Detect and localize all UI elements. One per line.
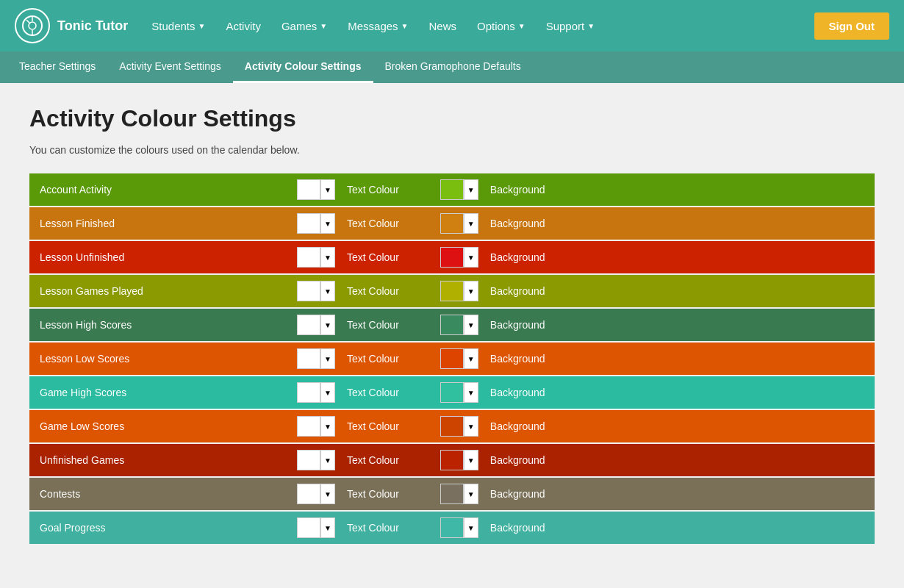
bg-colour-dropdown[interactable]: ▼ [464,450,478,470]
text-colour-dropdown[interactable]: ▼ [320,517,335,538]
text-colour-label: Text Colour [347,387,399,398]
bg-colour-picker[interactable]: ▼ [440,213,478,234]
bg-colour-box [440,213,464,234]
text-colour-picker[interactable]: ▼ [297,348,335,369]
logo-icon [15,8,50,43]
bg-colour-dropdown[interactable]: ▼ [464,213,478,234]
colour-row: Unfinished Games ▼ Text Colour ▼ Backgro… [29,444,875,476]
options-arrow-icon: ▼ [518,22,525,30]
text-colour-box [297,213,320,234]
bg-colour-dropdown[interactable]: ▼ [464,348,478,369]
bg-label: Background [490,488,545,500]
bg-colour-picker[interactable]: ▼ [440,315,478,335]
colour-row: Lesson Low Scores ▼ Text Colour ▼ Backgr… [29,343,875,375]
bg-colour-picker[interactable]: ▼ [440,348,478,369]
sign-out-button[interactable]: Sign Out [814,12,890,40]
text-colour-label: Text Colour [347,218,399,229]
bg-colour-picker[interactable]: ▼ [440,247,478,268]
bg-colour-dropdown[interactable]: ▼ [464,247,478,268]
text-colour-picker[interactable]: ▼ [297,484,335,504]
nav-activity[interactable]: Activity [217,14,270,38]
colour-row: Goal Progress ▼ Text Colour ▼ Background [29,512,875,544]
subnav-activity-event-settings[interactable]: Activity Event Settings [107,51,233,83]
text-colour-label: Text Colour [347,488,399,500]
bg-colour-dropdown[interactable]: ▼ [464,281,478,301]
bg-colour-box [440,416,464,437]
subnav-teacher-settings[interactable]: Teacher Settings [7,51,107,83]
colour-row: Lesson Finished ▼ Text Colour ▼ Backgrou… [29,207,875,240]
row-controls: ▼ Text Colour ▼ Background [287,444,875,476]
logo-text: Tonic Tutor [57,18,128,34]
text-colour-picker[interactable]: ▼ [297,179,335,200]
nav-news[interactable]: News [420,14,466,38]
row-controls: ▼ Text Colour ▼ Background [287,275,875,307]
row-controls: ▼ Text Colour ▼ Background [287,309,875,341]
bg-label: Background [490,285,545,297]
bg-colour-dropdown[interactable]: ▼ [464,382,478,403]
text-colour-dropdown[interactable]: ▼ [320,416,335,437]
row-controls: ▼ Text Colour ▼ Background [287,207,875,240]
nav-students[interactable]: Students ▼ [143,14,214,38]
page-description: You can customize the colours used on th… [29,144,875,156]
bg-colour-box [440,450,464,470]
nav-games[interactable]: Games ▼ [273,14,336,38]
text-colour-picker[interactable]: ▼ [297,517,335,538]
row-controls: ▼ Text Colour ▼ Background [287,173,875,206]
text-colour-picker[interactable]: ▼ [297,315,335,335]
bg-colour-dropdown[interactable]: ▼ [464,315,478,335]
bg-colour-dropdown[interactable]: ▼ [464,484,478,504]
text-colour-picker[interactable]: ▼ [297,213,335,234]
text-colour-box [297,450,320,470]
text-colour-box [297,484,320,504]
row-controls: ▼ Text Colour ▼ Background [287,343,875,375]
text-colour-picker[interactable]: ▼ [297,247,335,268]
bg-colour-picker[interactable]: ▼ [440,484,478,504]
bg-colour-picker[interactable]: ▼ [440,281,478,301]
text-colour-picker[interactable]: ▼ [297,281,335,301]
bg-colour-dropdown[interactable]: ▼ [464,517,478,538]
nav-support[interactable]: Support ▼ [537,14,603,38]
text-colour-label: Text Colour [347,319,399,331]
colour-row: Lesson High Scores ▼ Text Colour ▼ Backg… [29,309,875,341]
bg-label: Background [490,319,545,331]
row-label: Account Activity [29,173,287,206]
text-colour-picker[interactable]: ▼ [297,416,335,437]
row-controls: ▼ Text Colour ▼ Background [287,478,875,510]
subnav-activity-colour-settings[interactable]: Activity Colour Settings [233,51,373,83]
row-controls: ▼ Text Colour ▼ Background [287,410,875,442]
bg-colour-picker[interactable]: ▼ [440,517,478,538]
bg-colour-picker[interactable]: ▼ [440,416,478,437]
bg-colour-picker[interactable]: ▼ [440,382,478,403]
text-colour-dropdown[interactable]: ▼ [320,247,335,268]
bg-label: Background [490,454,545,466]
sub-nav: Teacher Settings Activity Event Settings… [0,51,904,83]
bg-colour-picker[interactable]: ▼ [440,450,478,470]
bg-colour-dropdown[interactable]: ▼ [464,416,478,437]
subnav-broken-gramophone-defaults[interactable]: Broken Gramophone Defaults [373,51,533,83]
text-colour-picker[interactable]: ▼ [297,382,335,403]
bg-label: Background [490,218,545,229]
text-colour-dropdown[interactable]: ▼ [320,213,335,234]
nav-messages[interactable]: Messages ▼ [339,14,417,38]
text-colour-dropdown[interactable]: ▼ [320,484,335,504]
students-arrow-icon: ▼ [198,22,206,30]
text-colour-box [297,416,320,437]
bg-colour-dropdown[interactable]: ▼ [464,179,478,200]
bg-colour-picker[interactable]: ▼ [440,179,478,200]
colour-row: Account Activity ▼ Text Colour ▼ Backgro… [29,173,875,206]
text-colour-dropdown[interactable]: ▼ [320,450,335,470]
text-colour-dropdown[interactable]: ▼ [320,179,335,200]
text-colour-dropdown[interactable]: ▼ [320,315,335,335]
colour-row: Lesson Games Played ▼ Text Colour ▼ Back… [29,275,875,307]
bg-colour-box [440,348,464,369]
text-colour-dropdown[interactable]: ▼ [320,281,335,301]
logo-area: Tonic Tutor [15,8,128,43]
text-colour-picker[interactable]: ▼ [297,450,335,470]
text-colour-dropdown[interactable]: ▼ [320,382,335,403]
row-label: Game Low Scores [29,410,287,442]
text-colour-label: Text Colour [347,353,399,365]
row-controls: ▼ Text Colour ▼ Background [287,376,875,409]
nav-options[interactable]: Options ▼ [468,14,534,38]
text-colour-dropdown[interactable]: ▼ [320,348,335,369]
row-label: Goal Progress [29,512,287,544]
